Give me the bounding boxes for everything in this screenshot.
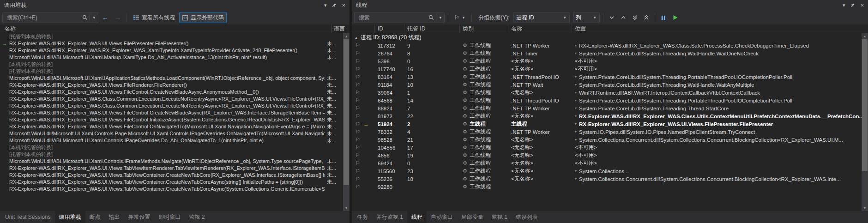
thread-row[interactable]: ⚐9852821⚙工作线程<无名称>▾System.Collections.Co…	[352, 136, 862, 144]
expand-stack-tip-icon[interactable]: ▾	[575, 52, 577, 55]
flag-icon[interactable]: ⚐	[356, 66, 360, 72]
call-stack-frame-row[interactable]: RX-Explorer-WAS.dll!RX_Explorer_WAS.UI.V…	[0, 123, 343, 130]
call-stack-frame-row[interactable]: RX-Explorer-WAS.dll!RX_Explorer_WAS.UI.V…	[0, 186, 343, 193]
column-header-managed-id[interactable]: 托管 ID	[404, 24, 460, 33]
call-stack-frame-row[interactable]: RX-Explorer-WAS.dll!RX_Explorer_WAS.UI.V…	[0, 116, 343, 123]
bottom-tab[interactable]: 调用堆栈	[55, 211, 85, 223]
close-icon[interactable]: ×	[342, 2, 345, 8]
thread-row[interactable]: ⚐390641⚙工作线程<无名称>▾WinRT.Runtime.dll!ABI.…	[352, 89, 862, 96]
column-header-category[interactable]: 类别	[460, 24, 508, 33]
flag-icon[interactable]: ⚐	[356, 161, 360, 166]
thread-row[interactable]: ⚐1173129⚙工作线程.NET TP Worker▾RX-Explorer-…	[352, 42, 862, 49]
expand-stack-tip-icon[interactable]: ▾	[575, 130, 577, 134]
flag-icon[interactable]: ⚐	[356, 129, 360, 134]
expand-stack-tip-icon[interactable]: ▾	[575, 83, 577, 87]
scroll-down-icon[interactable]: ▾	[862, 205, 868, 211]
call-stack-frame-row[interactable]: [托管到本机的转换]	[0, 151, 343, 158]
scroll-down-icon[interactable]: ▾	[343, 205, 350, 211]
process-group-row[interactable]: ▴ 进程 ID: 82868 (20 线程)	[352, 33, 862, 42]
flag-icon[interactable]: ⚐	[356, 43, 360, 48]
search-icon[interactable]	[428, 15, 434, 20]
bottom-tab[interactable]: 输出	[105, 211, 124, 223]
flag-icon[interactable]: ⚐	[356, 121, 360, 127]
call-stack-frame-row[interactable]: RX-Explorer-WAS.dll!RX_Explorer_WAS.UI.V…	[0, 82, 343, 89]
column-header-id[interactable]: ID	[375, 24, 404, 33]
expand-stacks-button[interactable]	[607, 12, 617, 23]
thread-row[interactable]: ⚐8197222⚙工作线程<无名称>▾RX-Explorer-WAS.dll!R…	[352, 112, 862, 120]
call-stack-frame-row[interactable]: Microsoft.WinUI.dll!ABI.Microsoft.UI.Xam…	[0, 158, 343, 165]
call-stack-frame-row[interactable]: RX-Explorer-WAS.dll!RX_Explorer_WAS.UI.V…	[0, 89, 343, 96]
scroll-up-icon[interactable]: ▴	[343, 33, 350, 39]
call-stack-frame-row[interactable]: Microsoft.WinUI.dll!ABI.Microsoft.UI.Xam…	[0, 75, 343, 82]
collapse-stacks-button[interactable]	[618, 12, 628, 23]
call-stack-frame-row[interactable]: [本机到托管的转换]	[0, 61, 343, 68]
call-stack-frame-row[interactable]: RX-Explorer-WAS.dll!RX_Explorer_WAS.UI.V…	[0, 179, 343, 186]
call-stack-frame-row[interactable]: Microsoft.WinUI.dll!ABI.Microsoft.UI.Xam…	[0, 54, 343, 61]
flag-icon[interactable]: ⚐	[356, 137, 360, 142]
call-stack-frame-row[interactable]: →RX-Explorer-WAS.dll!RX_Explorer_WAS.UI.…	[0, 40, 343, 47]
expand-stack-tip-icon[interactable]: ▾	[575, 75, 577, 79]
pin-icon[interactable]	[332, 3, 337, 8]
group-by-combo[interactable]: 进程 ID ▾	[513, 12, 570, 23]
window-position-icon[interactable]: ▾	[843, 3, 845, 8]
collapse-all-groups-button[interactable]	[641, 12, 651, 23]
thread-row[interactable]: ⚐53960⚙工作线程<无名称><不可用>	[352, 57, 862, 65]
bottom-tab[interactable]: 自动窗口	[427, 211, 457, 223]
bottom-tab[interactable]: 错误列表	[512, 211, 542, 223]
call-stack-frame-row[interactable]: [本机到托管的转换]	[0, 144, 343, 151]
thread-row[interactable]: ⚐5523618⚙工作线程<无名称>▾System.Collections.Co…	[352, 175, 862, 183]
flag-icon[interactable]: ⚐	[356, 74, 360, 79]
flag-icon[interactable]: ⚐	[356, 98, 360, 103]
call-stack-frame-row[interactable]: Microsoft.WinUI.dll!Microsoft.UI.Xaml.Co…	[0, 130, 343, 137]
expand-stack-tip-icon[interactable]: ▾	[575, 107, 577, 110]
navigate-forward-button[interactable]: →	[112, 12, 123, 23]
threads-titlebar[interactable]: 线程 ▾ ×	[352, 0, 868, 11]
bottom-tab[interactable]: 任务	[353, 211, 372, 223]
call-stack-frame-row[interactable]: RX-Explorer-WAS.dll!RX_Explorer_WAS.UI.V…	[0, 109, 343, 116]
expand-stack-tip-icon[interactable]: ▾	[575, 91, 577, 95]
bottom-tab[interactable]: 监视 2	[185, 211, 209, 223]
search-dropdown-icon[interactable]: ▾	[92, 16, 96, 20]
navigate-backward-button[interactable]: ←	[100, 12, 111, 23]
flag-icon[interactable]: ⚐	[356, 184, 360, 189]
flag-icon[interactable]: ⚐	[356, 176, 360, 181]
flag-icon[interactable]: ⚐	[356, 106, 360, 111]
flag-filter-button[interactable]: ⚐ ▾	[452, 12, 468, 23]
column-header-name[interactable]: 名称	[0, 24, 331, 33]
expand-stack-tip-icon[interactable]: ▾	[575, 138, 577, 142]
column-header-language[interactable]: 语言	[331, 24, 350, 33]
view-all-threads-button[interactable]: 查看所有线程	[130, 12, 178, 23]
expand-stack-tip-icon[interactable]: ▾	[575, 115, 577, 118]
continue-button[interactable]	[670, 12, 680, 23]
scroll-up-icon[interactable]: ▴	[862, 33, 868, 39]
expand-stack-tip-icon[interactable]: ▾	[575, 122, 577, 126]
search-input[interactable]	[358, 14, 428, 21]
bottom-tab[interactable]: 异常设置	[124, 211, 155, 223]
bottom-tab[interactable]: Unit Test Sessions	[1, 211, 55, 223]
column-header-flag[interactable]	[352, 24, 375, 33]
flag-icon[interactable]: ⚐	[356, 153, 360, 158]
thread-row[interactable]: ⚐694240⚙工作线程<无名称><不可用>	[352, 159, 862, 167]
expand-stack-tip-icon[interactable]: ▾	[575, 177, 577, 181]
flag-icon[interactable]: ⚐	[356, 169, 360, 174]
thread-row[interactable]: ⚐11556023⚙工作线程<无名称>▾System.Collections..…	[352, 167, 862, 175]
flag-icon[interactable]: ⚐	[356, 90, 360, 95]
call-stack-frame-row[interactable]: RX-Explorer-WAS.dll!RX_Explorer_WAS.Clas…	[0, 102, 343, 109]
call-stack-frame-row[interactable]: RX-Explorer-WAS.dll!RX_Explorer_WAS.UI.V…	[0, 172, 343, 179]
expand-stack-tip-icon[interactable]: ▾	[575, 44, 577, 48]
window-position-icon[interactable]: ▾	[324, 3, 327, 8]
pin-icon[interactable]	[850, 3, 855, 8]
thread-row[interactable]: ⚐10455617⚙工作线程<无名称><不可用>	[352, 144, 862, 151]
call-stack-frame-row[interactable]: RX-Explorer-WAS.dll!RX_Explorer_WAS.UI.V…	[0, 165, 343, 172]
columns-combo[interactable]: 列 ▾	[573, 12, 600, 23]
thread-row[interactable]: ⚐8316413⚙工作线程.NET ThreadPool IO▾System.P…	[352, 73, 862, 81]
scrollbar-thumb[interactable]	[862, 39, 868, 171]
thread-row[interactable]: ⚐11774816⚙工作线程<无名称><不可用>	[352, 65, 862, 73]
collapse-group-icon[interactable]: ▴	[355, 35, 357, 40]
call-stack-frame-row[interactable]: Microsoft.WinUI.dll!ABI.Microsoft.UI.Xam…	[0, 137, 343, 144]
column-header-location[interactable]: 位置	[572, 24, 868, 33]
show-external-code-button[interactable]: 显示外部代码	[179, 12, 227, 23]
break-all-button[interactable]	[658, 12, 669, 23]
call-stack-frame-row[interactable]: [托管到本机的转换]	[0, 33, 343, 40]
call-stack-scrollbar[interactable]: ▴ ▾	[343, 33, 350, 211]
